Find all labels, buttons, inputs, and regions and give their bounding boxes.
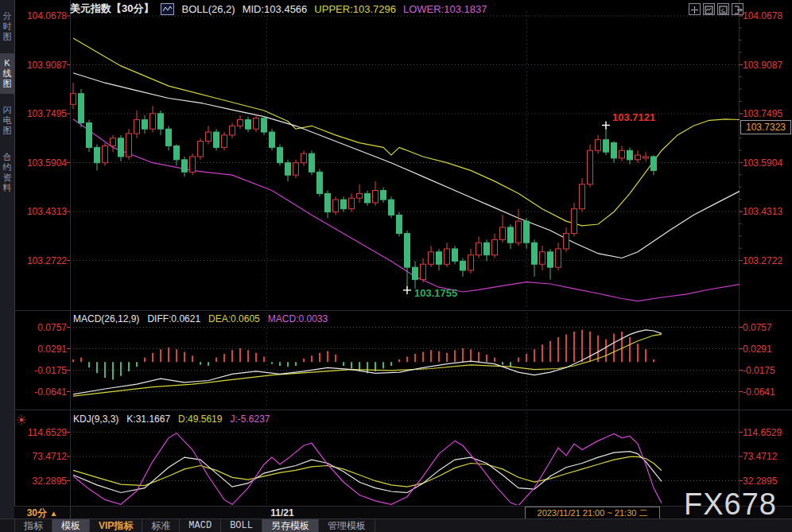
exit-icon[interactable] [732,3,743,15]
sidebar-tab-3[interactable]: 合约资料 [0,147,14,198]
axis-label: 0.0291 [743,344,790,355]
axis-label: -0.0175 [14,365,67,376]
axis-label: 103.2722 [743,255,790,266]
axis-label: 103.5904 [743,157,790,169]
current-price-box: 103.7323 [740,120,791,134]
chart-canvas[interactable] [0,0,792,532]
axis-label: 103.2722 [14,255,67,266]
toolbar-tab-4[interactable]: MACD [180,519,221,532]
toolbar-tab-7[interactable]: 管理模板 [319,519,375,532]
axis-label: 114.6529 [14,427,67,438]
kdj-d-value: D:49.5619 [178,414,222,425]
sidebar-tab-1[interactable]: K线图 [0,53,14,94]
date-label: 11/21 [253,507,312,518]
toolbar-tab-3[interactable]: 标准 [142,519,180,532]
axis-label: 103.4313 [743,206,790,217]
boll-lower-value: LOWER:103.1837 [403,3,487,15]
axis-label: 103.5904 [14,157,67,169]
red-sun-icon [17,416,26,425]
boll-mid-value: MID:103.4566 [243,3,308,15]
sidebar-tab-0[interactable]: 分时图 [0,6,14,47]
axis-label: 73.4712 [743,451,790,462]
toolbar-tab-1[interactable]: 模板 [52,519,90,532]
axis-label: 103.9087 [743,60,790,71]
axis-label: -0.0641 [14,386,67,398]
low-price-annotation: 103.1755 [414,287,457,299]
bottom-toolbar: 指标模板VIP指标标准MACDBOLL另存模板管理模板 [0,518,792,532]
toolbar-tab-5[interactable]: BOLL [221,519,262,532]
axis-label: 104.0678 [743,10,790,21]
time-axis-bar: 30分 ▲ 11/21 2023/11/21 21:00 ~ 21:30 二 [14,506,792,519]
axis-label: 0.0291 [14,344,67,355]
axis-label: 73.4712 [14,451,67,462]
macd-dea-value: DEA:0.0605 [208,313,260,324]
axis-label: -0.0175 [743,365,790,376]
axis-label: 0.0757 [743,322,790,333]
axis-label: 32.2895 [14,476,67,487]
kdj-j-value: J:-5.6237 [230,414,270,425]
toolbar-tab-0[interactable]: 指标 [15,519,52,532]
macd-name: MACD(26,12,9) [73,313,139,324]
sidebar: 分时图K线图闪电图合约资料 [0,0,14,532]
toolbar-tab-6[interactable]: 另存模板 [262,519,319,532]
watermark: FX678 [684,487,777,522]
crosshair-icon[interactable] [689,3,701,15]
macd-header: MACD(26,12,9) DIFF:0.0621 DEA:0.0605 MAC… [73,313,328,324]
macd-value: MACD:0.0033 [268,313,328,324]
period-selector[interactable]: 30分 ▲ [14,507,71,519]
macd-diff-value: DIFF:0.0621 [147,313,200,324]
axis-label: 103.9087 [14,60,67,71]
axis-label: -0.0641 [743,386,790,398]
axis-label: 104.0678 [14,10,67,21]
boll-upper-value: UPPER:103.7296 [314,3,396,15]
chart-app: 分时图K线图闪电图合约资料 美元指数【30分】 BOLL(26,2) MID:1… [0,0,792,532]
sidebar-tab-2[interactable]: 闪电图 [0,100,14,141]
toolbar-lead [0,519,15,532]
axis-label: 0.0757 [14,322,67,333]
chart-header: 美元指数【30分】 BOLL(26,2) MID:103.4566 UPPER:… [70,2,487,15]
axis-label: 114.6529 [743,427,790,438]
chart-title: 美元指数【30分】 [70,2,153,16]
window-icons [689,3,743,15]
axis-label: 103.7495 [743,108,790,119]
period-label: 30分 [27,507,47,518]
toolbar-tab-2[interactable]: VIP指标 [90,519,142,532]
kdj-k-value: K:31.1667 [126,414,170,425]
axis-label: 103.7495 [14,108,67,119]
mini-candlestick-icon [161,3,174,15]
high-price-annotation: 103.7121 [612,111,655,123]
time-range-box: 2023/11/21 21:00 ~ 21:30 二 [525,507,660,519]
period-up-arrow-icon: ▲ [49,509,57,518]
kdj-header: KDJ(9,3,3) K:31.1667 D:49.5619 J:-5.6237 [73,414,270,425]
axis-label: 103.4313 [14,206,67,217]
axis-label: 32.2895 [743,476,790,487]
zoom-window-icon[interactable] [703,3,715,15]
boll-label: BOLL(26,2) [181,3,235,15]
kdj-name: KDJ(9,3,3) [73,414,118,425]
next-chart-icon[interactable] [717,3,729,15]
